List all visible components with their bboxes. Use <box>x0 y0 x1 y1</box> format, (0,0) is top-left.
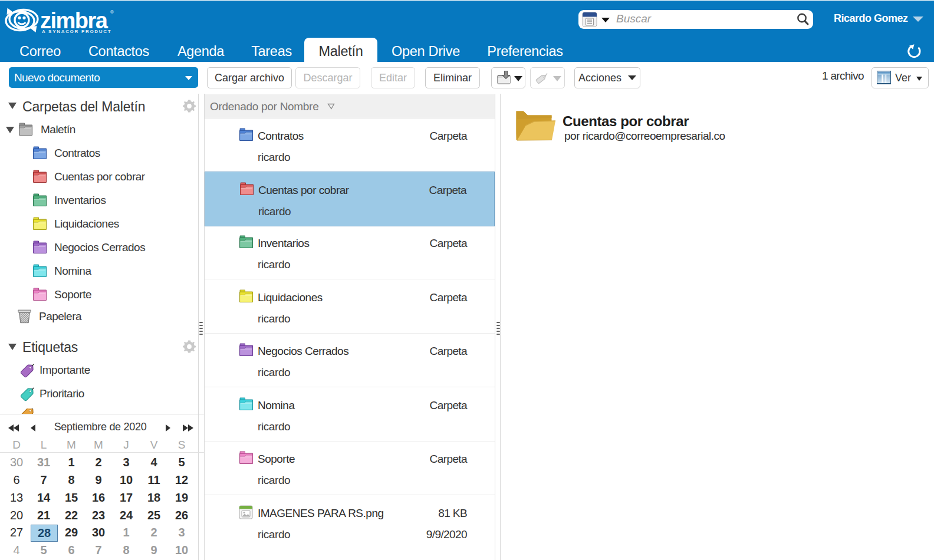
svg-text:A SYNACOR PRODUCT: A SYNACOR PRODUCT <box>42 29 111 34</box>
svg-text:®: ® <box>110 9 114 15</box>
